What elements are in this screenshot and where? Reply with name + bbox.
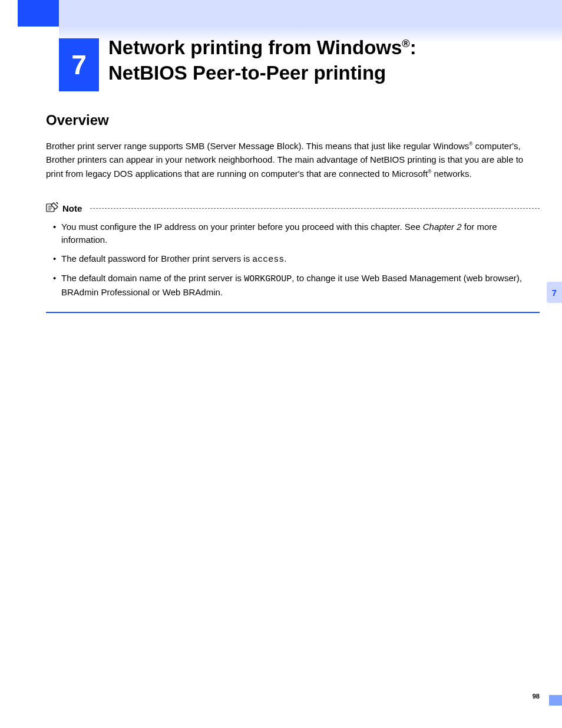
corner-accent [549,695,562,706]
chapter-title: Network printing from Windows®: NetBIOS … [108,35,541,86]
section-heading-overview: Overview [46,112,109,129]
note-item-3-pre: The default domain name of the print ser… [61,273,244,283]
note-item-2-pre: The default password for Brother print s… [61,253,252,263]
note-item-2-post: . [284,253,286,263]
page-number: 98 [533,693,540,700]
note-divider-rule [90,208,540,209]
overview-text-post: networks. [431,169,471,179]
note-list: You must configure the IP address on you… [46,220,540,299]
note-item-3: The default domain name of the print ser… [53,272,540,299]
note-item-1: You must configure the IP address on you… [53,220,540,246]
note-block: Note You must configure the IP address o… [46,202,540,313]
side-thumb-tab: 7 [547,282,562,303]
note-label: Note [62,203,82,213]
chapter-title-line2: NetBIOS Peer-to-Peer printing [108,62,386,84]
note-header: Note [46,202,540,215]
note-pencil-icon [46,202,59,215]
note-item-2: The default password for Brother print s… [53,252,540,266]
chapter-number-badge: 7 [59,38,99,91]
top-light-band [59,0,562,27]
overview-paragraph: Brother print server range supports SMB … [46,139,540,180]
note-item-1-chapter-ref: Chapter 2 [423,222,462,232]
chapter-title-line1-pre: Network printing from Windows [108,37,402,58]
top-blue-strip [18,0,59,27]
chapter-title-registered-mark: ® [402,38,409,50]
note-item-2-mono: access [252,255,284,265]
overview-text-pre: Brother print server range supports SMB … [46,141,469,151]
note-item-3-mono: WORKGROUP [244,274,292,284]
chapter-title-line1-post: : [410,37,416,58]
note-item-1-pre: You must configure the IP address on you… [61,222,423,232]
